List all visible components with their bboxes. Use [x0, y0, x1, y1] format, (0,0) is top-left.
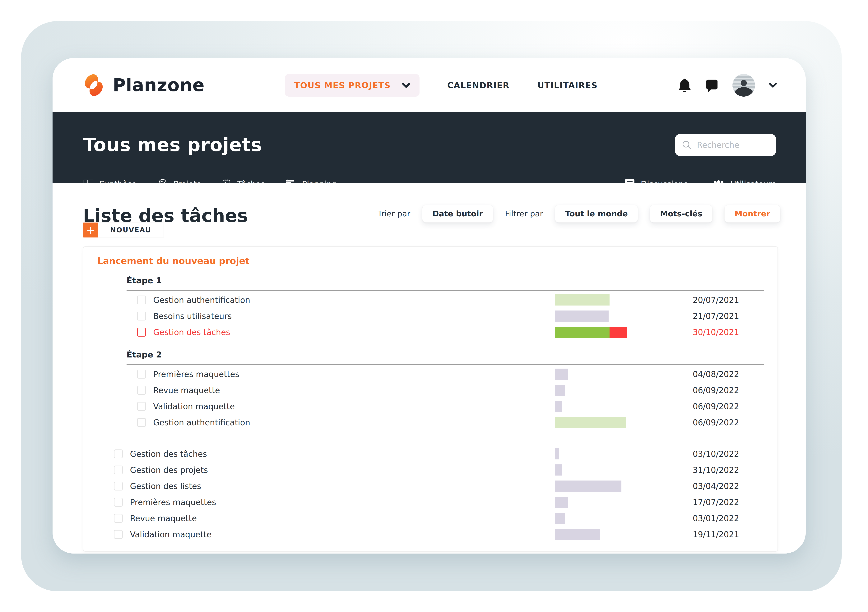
task-label: Revue maquette	[153, 386, 220, 395]
task-row[interactable]: Premières maquettes17/07/2022	[97, 494, 764, 510]
task-checkbox[interactable]	[137, 386, 146, 395]
task-progress-bar	[555, 480, 622, 492]
planzone-logo-icon	[83, 73, 105, 98]
task-due-date: 03/10/2022	[693, 449, 739, 459]
show-button[interactable]: Montrer	[724, 205, 780, 223]
task-progress-bar	[555, 529, 600, 540]
task-due-date: 06/09/2022	[693, 418, 739, 427]
task-progress-bar	[555, 327, 627, 338]
show-label: Montrer	[735, 209, 770, 218]
task-due-date: 30/10/2021	[693, 328, 739, 337]
new-task-button[interactable]: + NOUVEAU	[83, 223, 164, 237]
keywords-button[interactable]: Mots-clés	[650, 205, 713, 223]
task-checkbox[interactable]	[114, 530, 123, 539]
task-label: Gestion des projets	[130, 465, 208, 475]
task-due-date: 06/09/2022	[693, 402, 739, 411]
brand-name: Planzone	[113, 75, 205, 96]
project-title[interactable]: Lancement du nouveau projet	[97, 256, 764, 266]
task-label: Besoins utilisateurs	[153, 311, 232, 321]
user-menu-chevron-down-icon[interactable]	[769, 83, 777, 88]
task-label: Gestion authentification	[153, 295, 250, 305]
task-due-date: 03/04/2022	[693, 482, 739, 491]
chat-icon[interactable]	[705, 79, 719, 92]
task-row[interactable]: Premières maquettes04/08/2022	[97, 366, 764, 382]
chevron-down-icon	[402, 83, 410, 88]
task-progress-bar	[555, 465, 562, 476]
task-checkbox[interactable]	[114, 482, 123, 491]
task-checkbox[interactable]	[137, 328, 146, 336]
task-checkbox[interactable]	[137, 418, 146, 427]
task-due-date: 03/01/2022	[693, 514, 739, 523]
task-label: Gestion des listes	[130, 482, 201, 491]
task-progress-bar	[555, 513, 565, 524]
nav-utilitaires[interactable]: UTILITAIRES	[538, 81, 598, 90]
group-divider	[127, 290, 764, 291]
nav-calendrier[interactable]: CALENDRIER	[447, 81, 510, 90]
projects-dropdown[interactable]: TOUS MES PROJETS	[285, 74, 420, 97]
avatar[interactable]	[732, 74, 755, 97]
page-context-title: Tous mes projets	[83, 134, 262, 156]
task-row[interactable]: Revue maquette06/09/2022	[97, 382, 764, 398]
task-checkbox[interactable]	[137, 370, 146, 378]
task-due-date: 20/07/2021	[693, 295, 739, 305]
task-label: Gestion des tâches	[153, 328, 230, 337]
sort-label: Trier par	[378, 209, 410, 218]
task-due-date: 31/10/2022	[693, 465, 739, 475]
top-icons	[678, 74, 777, 97]
brand-logo: Planzone	[83, 73, 205, 98]
task-checkbox[interactable]	[114, 498, 123, 507]
task-label: Gestion authentification	[153, 418, 250, 427]
bell-icon[interactable]	[678, 78, 691, 93]
search-box[interactable]	[675, 134, 776, 156]
task-progress-bar	[555, 369, 568, 380]
task-row[interactable]: Gestion des listes03/04/2022	[97, 478, 764, 494]
top-navigation: TOUS MES PROJETS CALENDRIER UTILITAIRES	[285, 74, 598, 97]
task-checkbox[interactable]	[114, 449, 123, 458]
sort-value-label: Date butoir	[432, 209, 483, 218]
project-header-band: Tous mes projets	[53, 112, 806, 183]
task-due-date: 04/08/2022	[693, 370, 739, 379]
projects-dropdown-label: TOUS MES PROJETS	[294, 81, 391, 90]
filter-label: Filtrer par	[505, 209, 543, 218]
task-progress-bar	[555, 417, 626, 428]
task-row[interactable]: Besoins utilisateurs21/07/2021	[97, 308, 764, 324]
search-input[interactable]	[697, 140, 769, 150]
task-progress-bar	[555, 401, 562, 412]
task-row[interactable]: Gestion des projets31/10/2022	[97, 462, 764, 478]
top-bar: Planzone TOUS MES PROJETS CALENDRIER UTI…	[53, 58, 806, 112]
sort-value-button[interactable]: Date butoir	[422, 205, 493, 223]
task-label: Revue maquette	[130, 514, 197, 523]
task-row[interactable]: Gestion des tâches30/10/2021	[97, 324, 764, 340]
new-task-label: NOUVEAU	[98, 223, 164, 237]
plus-icon: +	[83, 223, 98, 237]
task-progress-bar	[555, 448, 559, 459]
task-checkbox[interactable]	[137, 296, 146, 304]
task-checkbox[interactable]	[114, 514, 123, 523]
task-due-date: 06/09/2022	[693, 386, 739, 395]
task-due-date: 21/07/2021	[693, 311, 739, 321]
task-checkbox[interactable]	[137, 311, 146, 321]
task-progress-bar	[555, 294, 609, 305]
filter-bar: Trier par Date butoir Filtrer par Tout l…	[378, 205, 780, 223]
group-title: Étape 1	[127, 276, 764, 285]
keywords-label: Mots-clés	[660, 209, 702, 218]
app-window: Planzone TOUS MES PROJETS CALENDRIER UTI…	[53, 58, 806, 553]
group-title: Étape 2	[127, 350, 764, 359]
task-label: Premières maquettes	[130, 497, 216, 507]
task-label: Gestion des tâches	[130, 449, 207, 459]
task-progress-bar	[555, 385, 565, 396]
task-row[interactable]: Gestion des tâches03/10/2022	[97, 446, 764, 462]
task-row[interactable]: Revue maquette03/01/2022	[97, 510, 764, 526]
task-row[interactable]: Gestion authentification06/09/2022	[97, 414, 764, 431]
filter-value-button[interactable]: Tout le monde	[555, 205, 638, 223]
task-checkbox[interactable]	[137, 402, 146, 411]
task-label: Validation maquette	[130, 530, 211, 539]
main-content: Liste des tâches Trier par Date butoir F…	[53, 183, 806, 553]
task-due-date: 19/11/2021	[693, 530, 739, 539]
task-row[interactable]: Validation maquette06/09/2022	[97, 398, 764, 414]
search-icon	[682, 140, 691, 150]
task-row[interactable]: Gestion authentification20/07/2021	[97, 292, 764, 308]
task-checkbox[interactable]	[114, 466, 123, 474]
task-row[interactable]: Validation maquette19/11/2021	[97, 526, 764, 542]
task-list-card: Lancement du nouveau projet Étape 1Gesti…	[83, 246, 778, 552]
